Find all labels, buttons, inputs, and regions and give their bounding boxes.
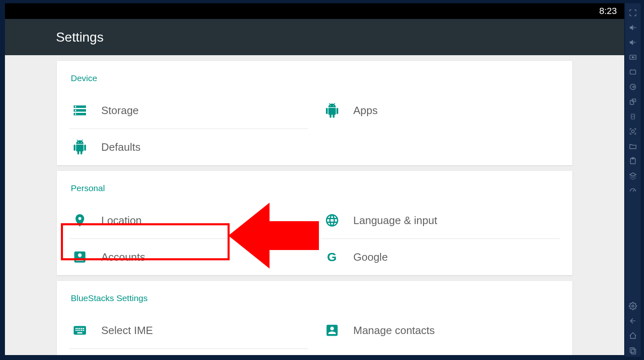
camera-icon[interactable] — [627, 125, 639, 138]
item-label: Manage contacts — [353, 324, 435, 337]
language-icon — [325, 213, 339, 228]
keymap-icon[interactable] — [627, 51, 639, 63]
item-label: Defaults — [101, 141, 140, 154]
location-set-icon[interactable] — [627, 81, 639, 93]
install-apk-icon[interactable] — [627, 66, 639, 78]
volume-up-icon[interactable] — [627, 21, 639, 34]
settings-item-apps[interactable]: Apps — [321, 92, 560, 129]
settings-item-ime[interactable]: Select IME — [69, 312, 308, 348]
layers-icon[interactable] — [627, 170, 639, 182]
rotate-icon[interactable] — [627, 96, 639, 108]
settings-item-contacts[interactable]: Manage contacts — [321, 312, 560, 348]
google-icon: G — [325, 250, 339, 264]
recents-icon[interactable] — [627, 344, 639, 357]
back-icon[interactable] — [627, 315, 639, 327]
settings-item-google[interactable]: G Google — [321, 238, 560, 275]
shake-icon[interactable]: APK — [627, 110, 639, 123]
svg-rect-2 — [630, 70, 635, 74]
item-label: Location — [101, 214, 142, 227]
location-icon — [72, 213, 87, 228]
storage-icon — [72, 103, 87, 118]
settings-gear-icon[interactable] — [627, 300, 639, 312]
svg-marker-12 — [630, 173, 636, 176]
window-frame: 8:23 Settings Device Storage — [0, 0, 644, 360]
svg-point-13 — [632, 305, 634, 307]
item-label: Accounts — [101, 251, 145, 264]
svg-point-9 — [632, 130, 635, 133]
settings-content[interactable]: Device Storage Apps — [5, 55, 624, 355]
item-label: Storage — [101, 104, 139, 117]
svg-rect-15 — [632, 349, 636, 354]
settings-item-defaults[interactable]: Defaults — [69, 129, 308, 165]
speed-icon[interactable] — [627, 185, 639, 197]
section-personal: Personal Location Language & input — [57, 171, 572, 275]
volume-down-icon[interactable] — [627, 36, 639, 49]
svg-marker-4 — [634, 86, 635, 89]
settings-item-location[interactable]: Location — [69, 202, 308, 238]
svg-text:APK: APK — [631, 115, 635, 118]
home-icon[interactable] — [627, 330, 639, 342]
app-header: Settings — [5, 19, 624, 55]
android-status-bar: 8:23 — [5, 3, 624, 19]
item-label: Apps — [353, 104, 378, 117]
defaults-icon — [72, 140, 87, 154]
item-label: Select IME — [101, 324, 153, 337]
bluestacks-side-toolbar: APK — [625, 3, 641, 357]
status-time: 8:23 — [599, 6, 617, 16]
apps-icon — [325, 103, 339, 118]
section-bluestacks: BlueStacks Settings Select IME Manage co… — [57, 281, 572, 355]
svg-rect-14 — [630, 348, 634, 353]
fullscreen-icon[interactable] — [627, 7, 639, 19]
accounts-icon — [72, 250, 87, 264]
section-title-personal: Personal — [69, 183, 560, 193]
section-title-device: Device — [69, 73, 560, 83]
section-title-bluestacks: BlueStacks Settings — [69, 293, 560, 303]
item-label: Google — [353, 251, 388, 264]
svg-marker-1 — [632, 56, 634, 58]
contacts-icon — [325, 323, 339, 338]
settings-item-import[interactable]: Import windows files — [69, 348, 308, 355]
settings-item-storage[interactable]: Storage — [69, 92, 308, 129]
section-device: Device Storage Apps — [57, 61, 572, 165]
settings-item-accounts[interactable]: Accounts — [69, 238, 308, 275]
item-label: Language & input — [353, 214, 437, 227]
keyboard-icon — [72, 323, 87, 338]
clipboard-icon[interactable] — [627, 155, 639, 167]
app-viewport: 8:23 Settings Device Storage — [5, 3, 624, 355]
settings-item-language[interactable]: Language & input — [321, 202, 560, 238]
page-title: Settings — [56, 30, 104, 45]
folder-open-icon[interactable] — [627, 140, 639, 152]
